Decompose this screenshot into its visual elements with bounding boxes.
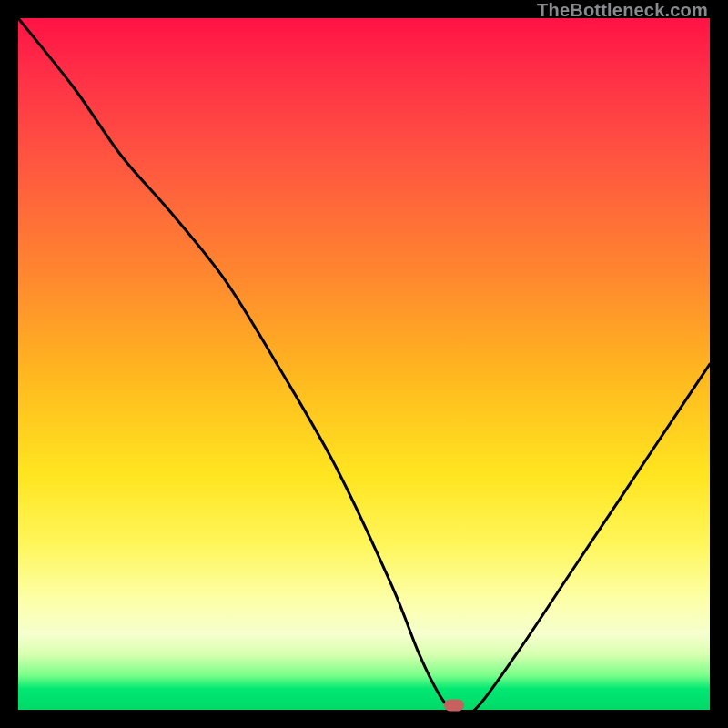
curve-path — [18, 18, 710, 710]
optimal-marker — [444, 699, 464, 711]
plot-area — [18, 18, 710, 710]
chart-frame: TheBottleneck.com — [0, 0, 728, 728]
bottleneck-curve — [18, 18, 710, 710]
